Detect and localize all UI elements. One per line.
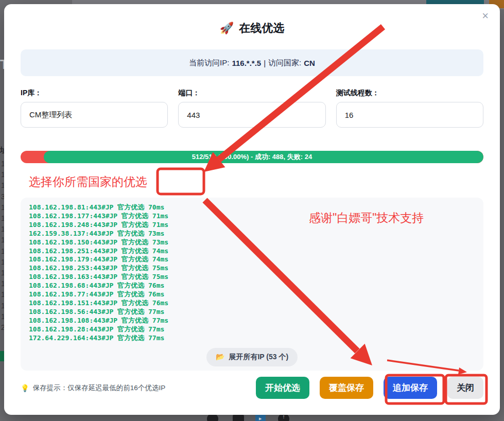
ip-result-line: 108.162.198.163:443#JP 官方优选 75ms (29, 273, 475, 282)
port-input[interactable] (178, 102, 325, 128)
folder-icon: 📂 (216, 353, 224, 361)
ip-result-line: 108.162.198.151:443#JP 官方优选 76ms (29, 299, 475, 308)
settings-form: IP库： 端口： 测试线程数： (21, 89, 483, 128)
ip-library-input[interactable] (21, 102, 168, 128)
ip-result-line: 108.162.198.108:443#JP 官方优选 77ms (29, 317, 475, 325)
bulb-icon: 💡 (21, 384, 29, 392)
info-separator: | (264, 59, 266, 67)
progress-bar: 512/512 (100.00%) - 成功: 488, 失败: 24 (21, 151, 483, 163)
close-icon[interactable]: × (482, 10, 489, 22)
ip-result-line: 108.162.198.251:443#JP 官方优选 74ms (29, 247, 475, 256)
telegram-icon[interactable]: ▲ (255, 414, 266, 421)
dialog-title: 🚀在线优选 (21, 21, 483, 36)
action-button-row: 开始优选 覆盖保存 追加保存 关闭 (256, 377, 483, 399)
current-ip-label: 当前访问IP: (189, 58, 229, 68)
expand-all-ip-button[interactable]: 📂展开所有IP (53 个) (206, 348, 298, 366)
country-label: 访问国家: (268, 58, 301, 68)
thread-count-label: 测试线程数： (336, 89, 483, 98)
results-panel: 108.162.198.81:443#JP 官方优选 70ms108.162.1… (21, 198, 483, 371)
ip-result-line: 108.162.198.179:443#JP 官方优选 74ms (29, 255, 475, 264)
online-optimize-dialog: × 🚀在线优选 当前访问IP: 116.*.*.5 | 访问国家: CN IP库… (4, 4, 500, 415)
ip-result-line: 108.162.198.28:443#JP 官方优选 77ms (29, 325, 475, 334)
thanks-annotation-text: 感谢"白嫖哥"技术支持 (309, 210, 424, 226)
dialog-footer: 💡 保存提示：仅保存延迟最低的前16个优选IP 开始优选 覆盖保存 追加保存 关… (21, 377, 483, 399)
current-ip-value: 116.*.*.5 (232, 59, 261, 67)
ip-result-line: 108.162.198.253:443#JP 官方优选 75ms (29, 264, 475, 273)
country-annotation-text: 选择你所需国家的优选 (29, 174, 147, 190)
current-ip-info-bar: 当前访问IP: 116.*.*.5 | 访问国家: CN (21, 49, 483, 76)
port-label: 端口： (178, 89, 325, 98)
thread-count-field: 测试线程数： (336, 89, 483, 128)
save-hint-text: 保存提示：仅保存延迟最低的前16个优选IP (33, 383, 165, 393)
ip-result-line: 162.159.38.137:443#JP 官方优选 73ms (29, 230, 475, 238)
ip-result-line: 108.162.198.56:443#JP 官方优选 77ms (29, 308, 475, 317)
ip-library-field: IP库： (21, 89, 168, 128)
overwrite-save-button[interactable]: 覆盖保存 (320, 377, 373, 399)
ip-result-line: 108.162.198.150:443#JP 官方优选 73ms (29, 238, 475, 247)
country-filter-row: 选择你所需国家的优选 (21, 174, 483, 190)
ip-result-line: 172.64.229.164:443#JP 官方优选 77ms (29, 334, 475, 343)
ip-library-label: IP库： (21, 89, 168, 98)
ip-result-line: 108.162.198.77:443#JP 官方优选 76ms (29, 290, 475, 299)
append-save-button[interactable]: 追加保存 (384, 377, 437, 399)
progress-status-text: 512/512 (100.00%) - 成功: 488, 失败: 24 (21, 151, 483, 163)
country-value: CN (304, 59, 315, 67)
save-hint: 💡 保存提示：仅保存延迟最低的前16个优选IP (21, 383, 256, 393)
port-field: 端口： (178, 89, 325, 128)
thread-count-input[interactable] (336, 102, 483, 128)
ip-result-line: 108.162.198.68:443#JP 官方优选 76ms (29, 282, 475, 290)
rocket-icon: 🚀 (220, 22, 234, 34)
close-dialog-button[interactable]: 关闭 (447, 377, 483, 399)
start-optimize-button[interactable]: 开始优选 (256, 377, 309, 399)
